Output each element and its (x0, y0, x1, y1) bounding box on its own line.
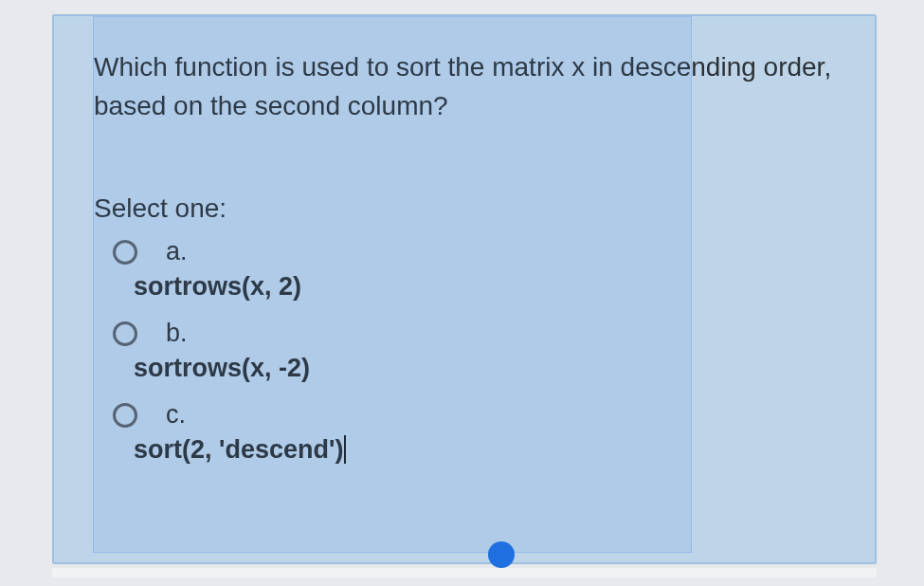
card-bottom-strip (52, 568, 877, 577)
option-letter: b. (166, 319, 188, 348)
option-code: sortrows(x, 2) (94, 272, 835, 302)
option-b: b. sortrows(x, -2) (94, 319, 835, 383)
option-letter: c. (166, 400, 186, 430)
options-group: a. sortrows(x, 2) b. sortrows(x, -2) c. … (94, 237, 835, 466)
question-text: Which function is used to sort the matri… (94, 48, 835, 125)
radio-icon[interactable] (113, 321, 137, 346)
option-code: sort(2, 'descend') (94, 435, 835, 466)
question-card: Which function is used to sort the matri… (52, 14, 877, 564)
option-letter: a. (166, 237, 188, 266)
text-caret (344, 435, 346, 464)
option-c: c. sort(2, 'descend') (94, 400, 835, 466)
option-a: a. sortrows(x, 2) (94, 237, 835, 302)
radio-icon[interactable] (113, 403, 137, 428)
radio-icon[interactable] (113, 240, 137, 265)
option-a-row[interactable]: a. (94, 237, 835, 266)
select-one-label: Select one: (94, 193, 835, 224)
option-c-row[interactable]: c. (94, 400, 835, 430)
option-b-row[interactable]: b. (94, 319, 835, 348)
selection-handle-icon (488, 541, 515, 568)
option-code-text: sort(2, 'descend') (134, 435, 343, 464)
option-code: sortrows(x, -2) (94, 354, 835, 383)
